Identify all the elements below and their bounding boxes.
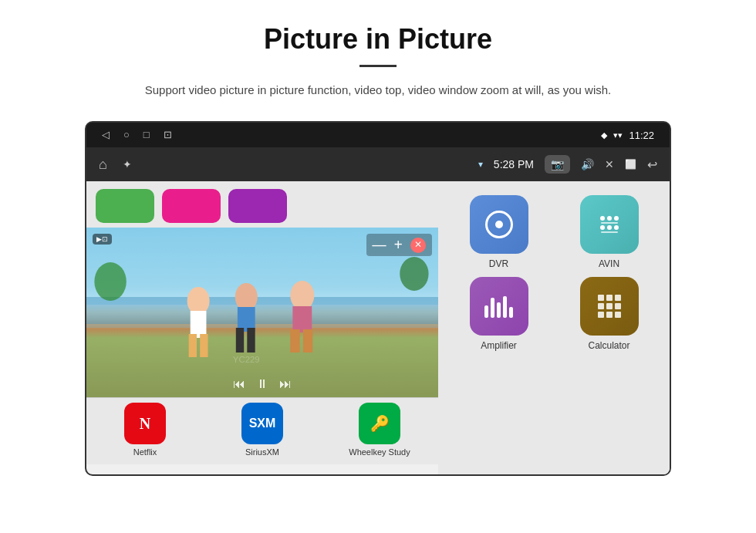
calc-grid (598, 295, 621, 318)
pip-controls: — + ✕ (366, 234, 432, 256)
svg-rect-12 (247, 328, 255, 353)
svg-rect-15 (290, 329, 299, 353)
calculator-label: Calculator (588, 340, 629, 351)
usb-icon[interactable]: ✦ (123, 158, 132, 171)
bottom-app-wheelkey: 🔑 Wheelkey Study (341, 403, 418, 457)
pip-close-btn[interactable]: ✕ (410, 238, 426, 253)
right-icons-panel: DVR (438, 181, 670, 474)
window-icon[interactable]: ⬜ (625, 159, 636, 170)
home-nav-icon[interactable]: ○ (123, 129, 130, 141)
title-divider (359, 65, 397, 67)
page-wrapper: Picture in Picture Support video picture… (0, 0, 756, 491)
prev-btn[interactable]: ⏮ (233, 377, 245, 391)
location-icon: ◆ (601, 130, 607, 140)
siriusxm-icon[interactable]: SXM (241, 403, 283, 444)
calc-key-2 (606, 295, 613, 301)
calc-key-1 (598, 295, 604, 301)
calculator-app-icon[interactable] (580, 277, 639, 336)
app-icons-grid: DVR (447, 189, 660, 357)
amp-bars (484, 295, 513, 318)
back-nav-icon[interactable]: ◁ (102, 129, 110, 141)
toolbar-time: 5:28 PM (494, 158, 534, 170)
svg-point-4 (400, 257, 428, 291)
avin-icon-inner (600, 216, 619, 233)
calc-key-4 (598, 303, 604, 309)
svg-point-3 (94, 262, 126, 301)
wheelkey-label: Wheelkey Study (349, 447, 410, 457)
wifi-status-icon: ▾ (478, 159, 483, 170)
calc-key-7 (598, 312, 604, 318)
calc-key-5 (606, 303, 613, 309)
app-content: YC229 ▶⊡ — + ✕ ⏮ ⏸ (86, 181, 670, 474)
svg-rect-16 (303, 329, 312, 353)
page-title: Picture in Picture (31, 23, 725, 56)
avin-dot-1 (600, 216, 605, 221)
avin-line-2 (601, 231, 618, 233)
svg-rect-8 (200, 334, 208, 357)
pip-minimize-btn[interactable]: — (373, 237, 386, 253)
avin-line-1 (601, 222, 618, 224)
avin-dot-6 (614, 225, 619, 230)
amp-bar-3 (497, 302, 501, 318)
siriusxm-label: SiriusXM (245, 447, 279, 457)
avin-dot-4 (600, 225, 605, 230)
wheelkey-icon-btn[interactable] (228, 189, 287, 223)
amplifier-app-icon[interactable] (470, 277, 528, 336)
close-icon[interactable]: ✕ (605, 158, 614, 170)
dvr-icon-inner (485, 211, 513, 238)
video-container: YC229 ▶⊡ — + ✕ ⏮ ⏸ (86, 228, 438, 397)
status-right: ◆ ▾▾ 11:22 (601, 130, 654, 141)
amplifier-app-card: Amplifier (447, 277, 550, 351)
wifi-icon: ▾▾ (613, 130, 623, 140)
next-btn[interactable]: ⏭ (279, 377, 292, 391)
avin-app-card: AVIN (558, 195, 660, 269)
pip-expand-btn[interactable]: + (394, 236, 403, 254)
avin-dot-5 (607, 225, 612, 230)
recents-nav-icon[interactable]: □ (143, 129, 150, 141)
avin-label: AVIN (599, 258, 619, 269)
bottom-app-siriusxm: SXM SiriusXM (224, 403, 301, 457)
avin-dots-top (600, 216, 619, 221)
dvr-app-icon[interactable] (470, 195, 528, 254)
calc-key-6 (615, 303, 621, 309)
bottom-app-bar: N Netflix SXM SiriusXM 🔑 Wheelkey Study (86, 397, 438, 464)
svg-rect-6 (191, 311, 207, 338)
dvr-app-card: DVR (447, 195, 550, 269)
siriusxm-icon-btn[interactable] (162, 189, 221, 223)
calc-key-9 (615, 312, 621, 318)
app-toolbar: ⌂ ✦ ▾ 5:28 PM 📷 🔊 ✕ ⬜ ↩ (86, 147, 670, 181)
avin-dot-3 (614, 216, 619, 221)
svg-point-13 (290, 281, 314, 310)
amp-bar-4 (503, 296, 507, 318)
top-icons-row (86, 181, 438, 228)
play-pause-btn[interactable]: ⏸ (256, 377, 268, 391)
netflix-icon[interactable]: N (124, 403, 166, 444)
left-section: YC229 ▶⊡ — + ✕ ⏮ ⏸ (86, 181, 438, 474)
svg-rect-1 (86, 297, 438, 328)
svg-rect-14 (292, 306, 312, 332)
video-playback-controls: ⏮ ⏸ ⏭ (233, 377, 292, 391)
svg-text:YC229: YC229 (233, 355, 260, 364)
netflix-icon-btn[interactable] (96, 189, 154, 223)
status-bar: ◁ ○ □ ⊡ ◆ ▾▾ 11:22 (86, 123, 670, 147)
back-icon[interactable]: ↩ (647, 157, 657, 172)
netflix-label: Netflix (133, 447, 157, 457)
volume-icon[interactable]: 🔊 (581, 158, 594, 170)
avin-app-icon[interactable] (580, 195, 639, 254)
calculator-app-card: Calculator (558, 277, 660, 351)
wheelkey-icon[interactable]: 🔑 (359, 403, 400, 444)
svg-rect-7 (189, 334, 197, 357)
tablet-frame: ◁ ○ □ ⊡ ◆ ▾▾ 11:22 ⌂ ✦ ▾ 5:28 PM 📷 🔊 (85, 121, 671, 476)
svg-point-5 (187, 287, 210, 315)
calc-key-3 (615, 295, 621, 301)
screenshot-nav-icon[interactable]: ⊡ (164, 129, 172, 141)
clock-display: 11:22 (629, 130, 654, 141)
svg-point-9 (235, 283, 258, 311)
toolbar-right: ▾ 5:28 PM 📷 🔊 ✕ ⬜ ↩ (478, 155, 657, 174)
bottom-app-netflix: N Netflix (106, 403, 184, 457)
dvr-label: DVR (489, 258, 508, 269)
svg-rect-11 (236, 328, 244, 353)
amplifier-label: Amplifier (481, 340, 517, 351)
home-icon[interactable]: ⌂ (99, 157, 107, 173)
camera-button[interactable]: 📷 (545, 155, 570, 174)
